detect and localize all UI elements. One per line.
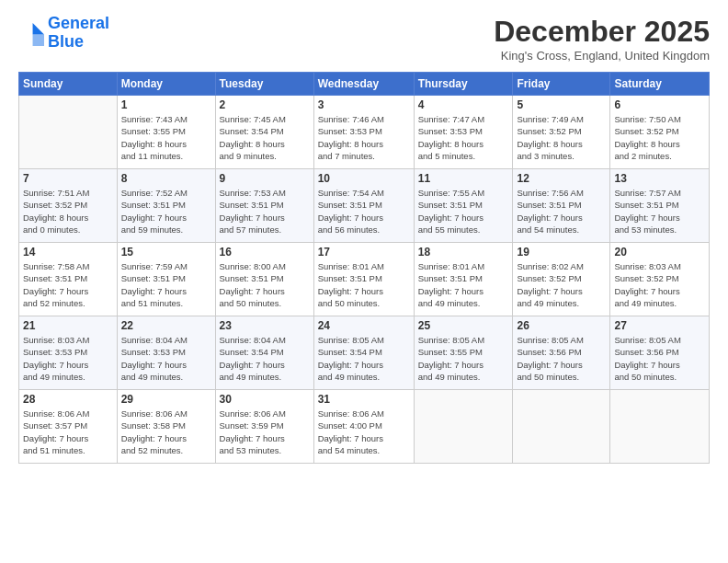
day-info: Sunrise: 8:05 AM Sunset: 3:54 PM Dayligh… — [318, 334, 410, 383]
day-number: 24 — [318, 319, 410, 332]
day-info: Sunrise: 7:59 AM Sunset: 3:51 PM Dayligh… — [121, 260, 211, 309]
calendar-cell: 22Sunrise: 8:04 AM Sunset: 3:53 PM Dayli… — [117, 316, 215, 390]
calendar-cell: 29Sunrise: 8:06 AM Sunset: 3:58 PM Dayli… — [117, 390, 215, 464]
calendar-cell: 30Sunrise: 8:06 AM Sunset: 3:59 PM Dayli… — [215, 390, 313, 464]
day-info: Sunrise: 7:45 AM Sunset: 3:54 PM Dayligh… — [220, 113, 310, 162]
calendar-cell: 9Sunrise: 7:53 AM Sunset: 3:51 PM Daylig… — [215, 169, 313, 243]
calendar-cell: 16Sunrise: 8:00 AM Sunset: 3:51 PM Dayli… — [215, 243, 313, 316]
day-number: 29 — [121, 393, 211, 406]
day-number: 30 — [220, 393, 310, 406]
day-number: 13 — [614, 172, 705, 185]
day-info: Sunrise: 8:02 AM Sunset: 3:52 PM Dayligh… — [517, 260, 606, 309]
day-number: 21 — [23, 319, 113, 332]
calendar-week-0: 1Sunrise: 7:43 AM Sunset: 3:55 PM Daylig… — [19, 96, 710, 169]
day-number: 11 — [418, 172, 509, 185]
calendar-cell: 24Sunrise: 8:05 AM Sunset: 3:54 PM Dayli… — [313, 316, 414, 390]
day-info: Sunrise: 7:53 AM Sunset: 3:51 PM Dayligh… — [220, 187, 310, 236]
calendar-cell: 12Sunrise: 7:56 AM Sunset: 3:51 PM Dayli… — [513, 169, 610, 243]
day-number: 26 — [517, 319, 606, 332]
day-info: Sunrise: 8:06 AM Sunset: 3:58 PM Dayligh… — [121, 408, 211, 456]
title-block: December 2025 King's Cross, England, Uni… — [494, 15, 710, 63]
day-info: Sunrise: 8:03 AM Sunset: 3:52 PM Dayligh… — [614, 260, 705, 309]
day-number: 4 — [418, 98, 509, 111]
day-number: 23 — [220, 319, 310, 332]
calendar-cell: 18Sunrise: 8:01 AM Sunset: 3:51 PM Dayli… — [414, 243, 513, 316]
day-info: Sunrise: 8:00 AM Sunset: 3:51 PM Dayligh… — [220, 260, 310, 309]
day-number: 3 — [318, 98, 410, 111]
day-number: 1 — [121, 98, 211, 111]
calendar-cell: 17Sunrise: 8:01 AM Sunset: 3:51 PM Dayli… — [313, 243, 414, 316]
weekday-header-friday: Friday — [513, 73, 610, 96]
logo-icon — [18, 20, 44, 46]
day-info: Sunrise: 8:04 AM Sunset: 3:53 PM Dayligh… — [121, 334, 211, 383]
day-info: Sunrise: 7:58 AM Sunset: 3:51 PM Dayligh… — [23, 260, 113, 309]
calendar-table: SundayMondayTuesdayWednesdayThursdayFrid… — [18, 72, 710, 464]
calendar-cell — [19, 96, 118, 169]
day-number: 15 — [121, 246, 211, 259]
day-info: Sunrise: 7:50 AM Sunset: 3:52 PM Dayligh… — [614, 113, 705, 162]
calendar-cell: 7Sunrise: 7:51 AM Sunset: 3:52 PM Daylig… — [19, 169, 118, 243]
weekday-header-tuesday: Tuesday — [215, 73, 313, 96]
day-info: Sunrise: 8:06 AM Sunset: 3:57 PM Dayligh… — [23, 408, 113, 456]
day-info: Sunrise: 8:05 AM Sunset: 3:56 PM Dayligh… — [614, 334, 705, 383]
logo: General Blue — [18, 15, 109, 52]
calendar-cell: 26Sunrise: 8:05 AM Sunset: 3:56 PM Dayli… — [513, 316, 610, 390]
day-info: Sunrise: 7:56 AM Sunset: 3:51 PM Dayligh… — [517, 187, 606, 236]
svg-marker-1 — [33, 34, 44, 45]
day-info: Sunrise: 8:01 AM Sunset: 3:51 PM Dayligh… — [318, 260, 410, 309]
calendar-cell: 28Sunrise: 8:06 AM Sunset: 3:57 PM Dayli… — [19, 390, 118, 464]
day-info: Sunrise: 8:05 AM Sunset: 3:55 PM Dayligh… — [418, 334, 509, 383]
day-info: Sunrise: 7:57 AM Sunset: 3:51 PM Dayligh… — [614, 187, 705, 236]
calendar-cell: 20Sunrise: 8:03 AM Sunset: 3:52 PM Dayli… — [610, 243, 710, 316]
day-info: Sunrise: 7:49 AM Sunset: 3:52 PM Dayligh… — [517, 113, 606, 162]
calendar-cell: 10Sunrise: 7:54 AM Sunset: 3:51 PM Dayli… — [313, 169, 414, 243]
calendar-cell: 8Sunrise: 7:52 AM Sunset: 3:51 PM Daylig… — [117, 169, 215, 243]
weekday-header-wednesday: Wednesday — [313, 73, 414, 96]
day-number: 18 — [418, 246, 509, 259]
day-number: 16 — [220, 246, 310, 259]
day-info: Sunrise: 7:55 AM Sunset: 3:51 PM Dayligh… — [418, 187, 509, 236]
calendar-cell: 19Sunrise: 8:02 AM Sunset: 3:52 PM Dayli… — [513, 243, 610, 316]
calendar-cell: 14Sunrise: 7:58 AM Sunset: 3:51 PM Dayli… — [19, 243, 118, 316]
day-number: 17 — [318, 246, 410, 259]
day-number: 27 — [614, 319, 705, 332]
weekday-header-sunday: Sunday — [19, 73, 118, 96]
calendar-cell: 6Sunrise: 7:50 AM Sunset: 3:52 PM Daylig… — [610, 96, 710, 169]
calendar-cell: 1Sunrise: 7:43 AM Sunset: 3:55 PM Daylig… — [117, 96, 215, 169]
calendar-cell: 21Sunrise: 8:03 AM Sunset: 3:53 PM Dayli… — [19, 316, 118, 390]
day-number: 7 — [23, 172, 113, 185]
weekday-header-saturday: Saturday — [610, 73, 710, 96]
day-number: 12 — [517, 172, 606, 185]
day-info: Sunrise: 7:52 AM Sunset: 3:51 PM Dayligh… — [121, 187, 211, 236]
calendar-header: SundayMondayTuesdayWednesdayThursdayFrid… — [19, 73, 710, 96]
day-number: 28 — [23, 393, 113, 406]
day-info: Sunrise: 8:06 AM Sunset: 4:00 PM Dayligh… — [318, 408, 410, 456]
day-number: 25 — [418, 319, 509, 332]
day-number: 20 — [614, 246, 705, 259]
day-number: 6 — [614, 98, 705, 111]
calendar-cell: 11Sunrise: 7:55 AM Sunset: 3:51 PM Dayli… — [414, 169, 513, 243]
day-info: Sunrise: 8:01 AM Sunset: 3:51 PM Dayligh… — [418, 260, 509, 309]
day-number: 10 — [318, 172, 410, 185]
calendar-week-1: 7Sunrise: 7:51 AM Sunset: 3:52 PM Daylig… — [19, 169, 710, 243]
logo-line1: General — [48, 14, 109, 32]
page: General Blue December 2025 King's Cross,… — [0, 0, 728, 563]
svg-marker-0 — [33, 23, 44, 34]
day-info: Sunrise: 7:54 AM Sunset: 3:51 PM Dayligh… — [318, 187, 410, 236]
calendar-cell: 25Sunrise: 8:05 AM Sunset: 3:55 PM Dayli… — [414, 316, 513, 390]
day-info: Sunrise: 7:51 AM Sunset: 3:52 PM Dayligh… — [23, 187, 113, 236]
calendar-cell: 2Sunrise: 7:45 AM Sunset: 3:54 PM Daylig… — [215, 96, 313, 169]
day-number: 14 — [23, 246, 113, 259]
calendar-cell: 23Sunrise: 8:04 AM Sunset: 3:54 PM Dayli… — [215, 316, 313, 390]
calendar-cell: 3Sunrise: 7:46 AM Sunset: 3:53 PM Daylig… — [313, 96, 414, 169]
day-number: 19 — [517, 246, 606, 259]
weekday-header-thursday: Thursday — [414, 73, 513, 96]
weekday-header-row: SundayMondayTuesdayWednesdayThursdayFrid… — [19, 73, 710, 96]
day-number: 22 — [121, 319, 211, 332]
calendar-cell: 31Sunrise: 8:06 AM Sunset: 4:00 PM Dayli… — [313, 390, 414, 464]
calendar-body: 1Sunrise: 7:43 AM Sunset: 3:55 PM Daylig… — [19, 96, 710, 464]
day-number: 5 — [517, 98, 606, 111]
day-info: Sunrise: 7:43 AM Sunset: 3:55 PM Dayligh… — [121, 113, 211, 162]
calendar-cell: 13Sunrise: 7:57 AM Sunset: 3:51 PM Dayli… — [610, 169, 710, 243]
location: King's Cross, England, United Kingdom — [494, 49, 710, 63]
